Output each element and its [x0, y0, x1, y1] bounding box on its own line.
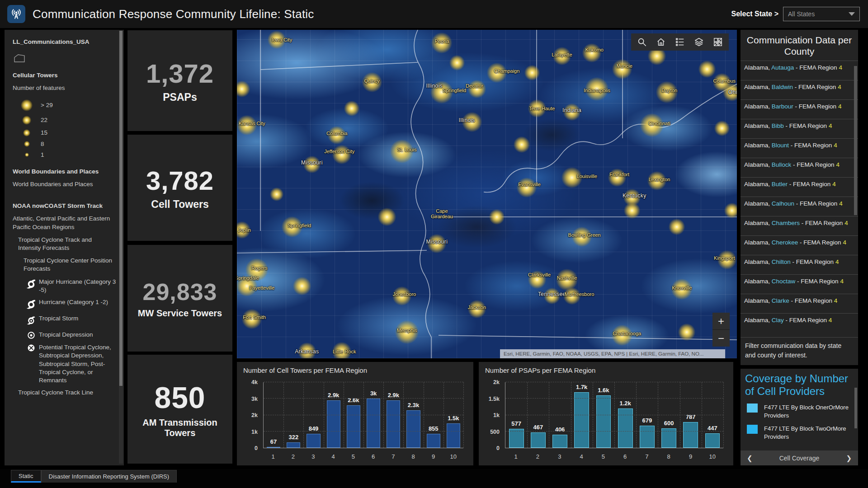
- county-list-item[interactable]: Alabama, Choctaw - FEMA Region 4: [741, 274, 858, 294]
- chart-x-axis: 12345678910: [505, 453, 723, 460]
- legend-cellular-title: Cellular Towers: [13, 71, 121, 80]
- county-list-item[interactable]: Alabama, Butler - FEMA Region 4: [741, 177, 858, 197]
- bar-fema-region-2[interactable]: [287, 442, 300, 448]
- coverage-pager: ❮ Cell Coverage ❯: [741, 450, 858, 465]
- bar-fema-region-4[interactable]: [574, 392, 589, 448]
- bar-fema-region-7[interactable]: [387, 400, 400, 448]
- legend-list-icon[interactable]: [675, 37, 685, 47]
- legend-dot-classes: > 29221581: [13, 97, 121, 160]
- stat-card-mw-towers: 29,833 MW Service Towers: [127, 245, 232, 352]
- psaps-chart-title: Number of PSAPs per FEMA Region: [485, 366, 727, 374]
- county-list-item[interactable]: Alabama, Chambers - FEMA Region 4: [741, 216, 858, 235]
- stat-card-cell-towers: 3,782 Cell Towers: [127, 135, 232, 241]
- x-tick-label: 9: [423, 453, 443, 460]
- map-city-label: Jonesboro: [393, 291, 416, 297]
- bar-fema-region-10[interactable]: [705, 433, 720, 448]
- county-name: Chilton: [772, 258, 791, 265]
- state-select-dropdown[interactable]: All States: [783, 7, 860, 21]
- x-tick-label: 1: [505, 453, 527, 460]
- legend-dot-row: 1: [13, 150, 121, 160]
- bar-fema-region-3[interactable]: [552, 435, 567, 448]
- bar-fema-region-5[interactable]: [347, 405, 360, 448]
- fema-region-number: 4: [844, 220, 848, 226]
- county-list-item[interactable]: Alabama, Chilton - FEMA Region 4: [741, 255, 858, 274]
- legend-center-item: Tropical Cyclone Center Position Forecas…: [13, 257, 121, 273]
- bar-fema-region-9[interactable]: [427, 434, 440, 448]
- tropical-depression-icon: [24, 331, 39, 339]
- y-tick-label: 4k: [251, 379, 258, 385]
- tab-static[interactable]: Static: [11, 470, 41, 483]
- tab-disaster-information-reporting-system-dirs[interactable]: Disaster Information Reporting System (D…: [41, 470, 177, 483]
- map-state-label: Missouri: [301, 160, 323, 166]
- legend-world-title: World Boundaries and Places: [13, 168, 121, 176]
- map-city-label: Kingsport: [714, 255, 735, 261]
- cell-tower-dot: [332, 145, 351, 164]
- county-list-item[interactable]: Alabama, Bullock - FEMA Region 4: [741, 158, 858, 177]
- polygon-icon: [14, 53, 121, 63]
- psaps-label: PSAPs: [163, 91, 197, 103]
- select-state-label: Select State >: [731, 10, 779, 18]
- county-name: Cherokee: [772, 239, 798, 246]
- fema-region-number: 4: [838, 84, 841, 90]
- x-tick-label: 7: [383, 453, 403, 460]
- pager-next-icon[interactable]: ❯: [846, 454, 852, 462]
- zoom-out-button[interactable]: −: [712, 330, 730, 347]
- bar-fema-region-3[interactable]: [307, 434, 320, 448]
- legend-storm-items: Major Hurricane (Category 3 -5)Hurricane…: [13, 278, 121, 385]
- legend-dot-row: > 29: [13, 97, 121, 113]
- fema-region-number: 4: [832, 181, 836, 188]
- bar-fema-region-4[interactable]: [327, 400, 340, 448]
- x-tick-label: 10: [702, 453, 723, 460]
- home-icon[interactable]: [656, 37, 666, 47]
- map-city-label: Clarksville: [528, 272, 551, 277]
- zoom-controls: + −: [712, 313, 730, 347]
- sidebar-scrollbar-thumb[interactable]: [119, 31, 123, 386]
- bar-fema-region-9[interactable]: [683, 422, 698, 448]
- map-city-label: Rogers: [251, 265, 267, 271]
- county-scrollbar-thumb[interactable]: [854, 66, 857, 215]
- map-state-label: Missouri: [426, 239, 448, 245]
- county-list-item[interactable]: Alabama, Barbour - FEMA Region 4: [741, 99, 858, 119]
- county-name: Choctaw: [772, 278, 796, 285]
- sidebar-scrollbar[interactable]: [119, 31, 123, 464]
- map-city-label: Nashville: [557, 275, 577, 281]
- map-city-label: Cape Girardeau: [425, 208, 458, 219]
- x-tick-label: 4: [571, 453, 592, 460]
- county-name: Barbour: [772, 103, 793, 110]
- bar-fema-region-5[interactable]: [596, 395, 611, 448]
- county-list-item[interactable]: Alabama, Baldwin - FEMA Region 4: [741, 80, 858, 99]
- legend-cellular-subtitle: Number of features: [13, 84, 121, 92]
- bar-fema-region-10[interactable]: [447, 423, 460, 448]
- map-city-label: Columbia: [326, 131, 347, 136]
- bar-fema-region-1[interactable]: [509, 429, 524, 448]
- basemap-gallery-icon[interactable]: [712, 37, 723, 47]
- county-list-item[interactable]: Alabama, Clay - FEMA Region 4: [741, 313, 858, 333]
- county-list-item[interactable]: Alabama, Blount - FEMA Region 4: [741, 138, 858, 158]
- psaps-chart: Number of PSAPs per FEMA Region 05001k1.…: [479, 362, 733, 465]
- fema-region-number: 4: [834, 142, 837, 149]
- pager-prev-icon[interactable]: ❮: [747, 454, 753, 462]
- bar-fema-region-7[interactable]: [640, 426, 655, 448]
- county-list-item[interactable]: Alabama, Autauga - FEMA Region 4: [741, 61, 858, 80]
- bar-fema-region-8[interactable]: [406, 410, 420, 448]
- bar-fema-region-6[interactable]: [367, 399, 380, 448]
- chart-y-axis: 01k2k3k4k: [243, 382, 260, 448]
- cell-tower-dot: [624, 202, 640, 219]
- chevron-down-icon: [849, 12, 855, 16]
- zoom-in-button[interactable]: +: [712, 313, 730, 329]
- county-list: Alabama, Autauga - FEMA Region 4Alabama,…: [741, 61, 858, 333]
- county-list-item[interactable]: Alabama, Clarke - FEMA Region 4: [741, 294, 858, 313]
- x-tick-label: 9: [679, 453, 701, 460]
- fema-region-number: 4: [840, 278, 844, 285]
- search-icon[interactable]: [637, 37, 647, 47]
- bar-fema-region-2[interactable]: [531, 432, 546, 448]
- coverage-map[interactable]: Iowa CityPeoriaKokomoLafayetteMuncieCham…: [237, 30, 737, 358]
- county-list-item[interactable]: Alabama, Cherokee - FEMA Region 4: [741, 235, 858, 255]
- layers-icon[interactable]: [693, 37, 704, 47]
- cell-tower-dot: [582, 43, 601, 62]
- bar-fema-region-1[interactable]: [267, 447, 280, 448]
- county-list-item[interactable]: Alabama, Bibb - FEMA Region 4: [741, 119, 858, 138]
- coverage-scrollbar-thumb[interactable]: [854, 388, 857, 428]
- y-tick-label: 1k: [493, 412, 500, 418]
- county-list-item[interactable]: Alabama, Calhoun - FEMA Region 4: [741, 197, 858, 216]
